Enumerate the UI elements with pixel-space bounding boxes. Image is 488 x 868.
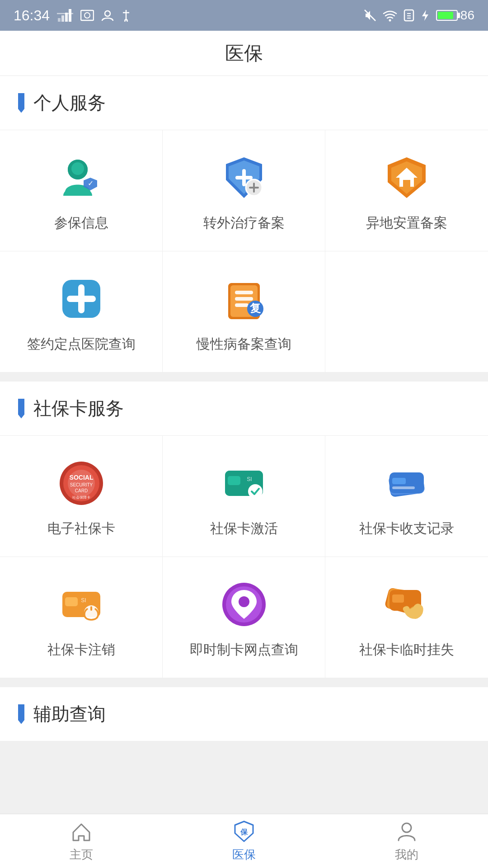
shield-home-icon xyxy=(382,153,432,203)
shield-plus-icon xyxy=(219,153,269,203)
header: 医保 xyxy=(0,31,488,76)
section-auxiliary-title: 辅助查询 xyxy=(33,702,106,726)
svg-rect-49 xyxy=(228,476,240,485)
status-left: 16:34 xyxy=(14,7,131,24)
grid-item-card-cancel[interactable]: SI 社保卡注销 xyxy=(0,557,163,678)
card-check-icon: SI xyxy=(219,458,269,508)
insurance-info-label: 参保信息 xyxy=(54,212,108,233)
status-bar: 16:34 86 xyxy=(0,0,488,31)
svg-rect-36 xyxy=(235,297,253,301)
card-hand-icon xyxy=(382,580,432,629)
home-nav-icon xyxy=(70,820,93,843)
section-personal-header: 个人服务 xyxy=(0,76,488,130)
svg-text:SI: SI xyxy=(247,476,252,482)
card-power-icon: SI xyxy=(56,580,106,629)
grid-item-e-social-card[interactable]: SOCIAL SECURITY CARD 社会保障卡 电子社保卡 xyxy=(0,436,163,557)
nav-insurance-label: 医保 xyxy=(232,847,256,863)
clipboard-medical-icon: 复 xyxy=(219,274,269,324)
section-personal-title: 个人服务 xyxy=(33,90,106,115)
svg-point-8 xyxy=(389,19,391,22)
svg-text:CARD: CARD xyxy=(75,488,87,493)
mute-icon xyxy=(364,9,376,22)
grid-item-signed-hospital[interactable]: 签约定点医院查询 xyxy=(0,251,163,373)
svg-text:保: 保 xyxy=(240,828,248,836)
social-card-badge-icon: SOCIAL SECURITY CARD 社会保障卡 xyxy=(56,458,106,508)
svg-rect-1 xyxy=(81,10,94,20)
card-loss-label: 社保卡临时挂失 xyxy=(359,639,454,660)
main-content: 个人服务 ✓ 参保信息 xyxy=(0,76,488,814)
signed-hospital-label: 签约定点医院查询 xyxy=(27,334,136,354)
photo-icon xyxy=(80,9,94,22)
instant-card-label: 即时制卡网点查询 xyxy=(190,639,298,660)
out-treatment-label: 转外治疗备案 xyxy=(203,212,285,233)
svg-rect-28 xyxy=(403,180,410,187)
grid-item-insurance-info[interactable]: ✓ 参保信息 xyxy=(0,130,163,251)
svg-text:SECURITY: SECURITY xyxy=(70,482,93,487)
grid-item-chronic-disease[interactable]: 复 慢性病备案查询 xyxy=(163,251,325,373)
svg-point-3 xyxy=(105,11,110,16)
svg-rect-37 xyxy=(235,303,249,307)
nav-home[interactable]: 主页 xyxy=(0,814,163,868)
hospital-cross-icon xyxy=(56,274,106,324)
section-auxiliary-header: 辅助查询 xyxy=(0,687,488,741)
section-social-card-header: 社保卡服务 xyxy=(0,382,488,436)
flash-icon xyxy=(421,9,430,22)
grid-item-instant-card[interactable]: 即时制卡网点查询 xyxy=(163,557,325,678)
status-right: 86 xyxy=(364,8,474,23)
svg-text:✓: ✓ xyxy=(87,179,93,187)
nav-insurance[interactable]: 保 医保 xyxy=(163,814,325,868)
bookmark-icon-2 xyxy=(18,399,24,419)
nav-mine[interactable]: 我的 xyxy=(325,814,488,868)
chronic-disease-label: 慢性病备案查询 xyxy=(197,334,291,354)
card-stack-icon xyxy=(382,458,432,508)
bottom-nav: 主页 保 医保 我的 xyxy=(0,814,488,868)
other-place-label: 异地安置备案 xyxy=(366,212,447,233)
usb-icon xyxy=(121,9,131,22)
svg-rect-56 xyxy=(392,486,415,489)
section-auxiliary: 辅助查询 xyxy=(0,687,488,741)
card-cancel-label: 社保卡注销 xyxy=(47,639,115,660)
svg-text:复: 复 xyxy=(250,302,261,314)
personal-grid: ✓ 参保信息 转外治疗 xyxy=(0,130,488,373)
grid-item-card-activate[interactable]: SI 社保卡激活 xyxy=(163,436,325,557)
sim-icon xyxy=(404,9,414,22)
grid-item-out-treatment[interactable]: 转外治疗备案 xyxy=(163,130,325,251)
svg-point-15 xyxy=(71,162,84,175)
bookmark-icon xyxy=(18,93,24,113)
svg-text:社会保障卡: 社会保障卡 xyxy=(72,495,90,500)
svg-point-51 xyxy=(248,484,263,499)
page-title: 医保 xyxy=(225,41,263,66)
svg-text:SOCIAL: SOCIAL xyxy=(69,474,93,481)
social-card-grid: SOCIAL SECURITY CARD 社会保障卡 电子社保卡 SI xyxy=(0,436,488,678)
svg-rect-55 xyxy=(392,478,406,484)
e-social-card-label: 电子社保卡 xyxy=(47,518,115,538)
wifi-icon xyxy=(383,9,397,22)
svg-point-2 xyxy=(84,13,90,18)
nav-mine-label: 我的 xyxy=(395,847,418,863)
location-pin-icon xyxy=(219,580,269,629)
time: 16:34 xyxy=(14,7,50,24)
card-records-label: 社保卡收支记录 xyxy=(359,518,454,538)
person-icon xyxy=(101,9,114,22)
section-social-card-title: 社保卡服务 xyxy=(33,396,124,421)
grid-item-card-loss[interactable]: 社保卡临时挂失 xyxy=(325,557,488,678)
battery-level: 86 xyxy=(460,8,474,23)
grid-item-card-records[interactable]: 社保卡收支记录 xyxy=(325,436,488,557)
svg-point-71 xyxy=(402,823,411,832)
person-nav-icon xyxy=(395,820,418,843)
svg-rect-35 xyxy=(235,291,253,294)
grid-item-other-place[interactable]: 异地安置备案 xyxy=(325,130,488,251)
section-social-card: 社保卡服务 SOCIAL SECURITY CARD 社会保障卡 电子社保卡 xyxy=(0,382,488,678)
svg-rect-58 xyxy=(65,597,78,606)
battery: 86 xyxy=(436,8,474,23)
grid-item-empty-1 xyxy=(325,251,488,373)
nav-home-label: 主页 xyxy=(70,847,93,863)
card-activate-label: 社保卡激活 xyxy=(210,518,278,538)
svg-point-63 xyxy=(239,596,249,607)
svg-text:SI: SI xyxy=(81,597,86,604)
svg-rect-67 xyxy=(392,594,404,603)
signal-icon xyxy=(57,9,73,22)
bookmark-icon-3 xyxy=(18,704,24,724)
person-shield-icon: ✓ xyxy=(56,153,106,203)
section-personal: 个人服务 ✓ 参保信息 xyxy=(0,76,488,373)
